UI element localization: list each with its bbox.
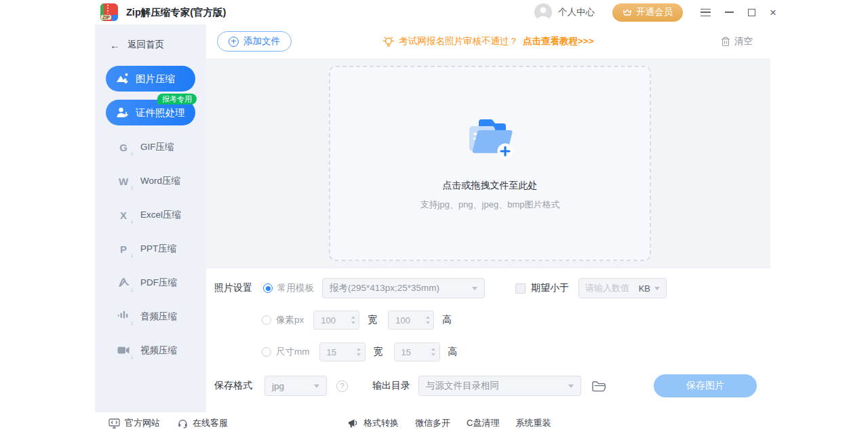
height-label: 高 bbox=[448, 346, 458, 358]
template-select-value: 报考(295*413px;25*35mm) bbox=[330, 282, 439, 294]
open-vip-label: 开通会员 bbox=[636, 6, 673, 18]
expect-size-input[interactable]: 请输入数值 bbox=[585, 282, 629, 294]
footer: 官方网站 在线客服 格式转换 微信多开 C盘清理 bbox=[95, 412, 770, 434]
toolbar: 添加文件 考试网报名照片审核不通过？ 点击查看教程>>> 清空 bbox=[206, 24, 770, 58]
height-label: 高 bbox=[442, 314, 452, 326]
open-vip-button[interactable]: 开通会员 bbox=[612, 3, 683, 22]
template-radio-label: 常用模板 bbox=[277, 282, 314, 294]
titlebar: ZIP Zip解压缩专家(官方版) 个人中心 开通会员 × bbox=[0, 0, 868, 24]
settings-panel: 照片设置 常用模板 报考(295*413px;25*35mm) 期望小于 请输入… bbox=[206, 269, 770, 412]
pixel-height-input[interactable]: 100 bbox=[388, 311, 434, 330]
back-home-button[interactable]: ← 返回首页 bbox=[110, 39, 206, 51]
format-convert-link[interactable]: 格式转换 bbox=[347, 417, 399, 429]
file-dropzone[interactable]: 点击或拖拽文件至此处 支持jpg、png、jpeg、bmp图片格式 bbox=[329, 66, 651, 261]
back-arrow-icon: ← bbox=[110, 39, 120, 51]
add-file-label: 添加文件 bbox=[243, 35, 280, 47]
sidebar-item-gif-compress[interactable]: G↓ GIF压缩 bbox=[95, 130, 206, 164]
output-dir-select[interactable]: 与源文件目录相同 bbox=[418, 376, 581, 396]
expect-unit-select[interactable]: KB bbox=[639, 283, 654, 294]
promo-tutorial-link[interactable]: 点击查看教程>>> bbox=[523, 35, 594, 47]
crown-icon bbox=[623, 8, 632, 16]
stepper-control[interactable] bbox=[353, 343, 365, 361]
pdf-icon: ↓ bbox=[115, 276, 132, 290]
sidebar-item-image-compress[interactable]: 图片压缩 bbox=[106, 66, 195, 92]
stepper-control[interactable] bbox=[428, 343, 439, 361]
minimize-icon[interactable] bbox=[725, 12, 734, 13]
audio-icon: ↓ bbox=[115, 311, 132, 323]
megaphone-icon bbox=[347, 418, 359, 429]
upload-panel: 点击或拖拽文件至此处 支持jpg、png、jpeg、bmp图片格式 bbox=[206, 58, 770, 269]
save-format-select[interactable]: jpg bbox=[264, 376, 327, 396]
pixel-width-input[interactable]: 100 bbox=[313, 311, 359, 330]
promo-text: 考试网报名照片审核不通过？ bbox=[399, 35, 518, 47]
mm-width-input[interactable]: 15 bbox=[319, 342, 366, 361]
gif-icon: G↓ bbox=[115, 142, 132, 153]
user-center-link[interactable]: 个人中心 bbox=[558, 6, 595, 18]
template-radio[interactable] bbox=[263, 283, 273, 293]
plus-circle-icon bbox=[229, 37, 239, 47]
add-file-button[interactable]: 添加文件 bbox=[217, 31, 292, 52]
sidebar-item-video-compress[interactable]: ↓ 视频压缩 bbox=[95, 334, 206, 368]
save-format-value: jpg bbox=[272, 381, 284, 391]
close-icon[interactable]: × bbox=[770, 7, 776, 18]
width-label: 宽 bbox=[368, 314, 377, 326]
sidebar-item-word-compress[interactable]: W↓ Word压缩 bbox=[95, 164, 206, 198]
sidebar: ← 返回首页 图片压缩 报考专用 证件照处理 G↓ GIF压缩 bbox=[95, 24, 206, 412]
help-icon[interactable]: ? bbox=[336, 380, 348, 392]
wechat-multi-link[interactable]: 微信多开 bbox=[415, 417, 450, 429]
stepper-control[interactable] bbox=[422, 311, 433, 329]
mm-radio[interactable] bbox=[262, 347, 271, 357]
app-logo-corner bbox=[112, 15, 118, 21]
main-content: 添加文件 考试网报名照片审核不通过？ 点击查看教程>>> 清空 bbox=[206, 24, 770, 412]
monitor-icon bbox=[108, 418, 120, 429]
menu-icon[interactable] bbox=[701, 9, 711, 16]
app-logo-icon: ZIP bbox=[100, 3, 118, 21]
expect-size-checkbox[interactable] bbox=[515, 283, 526, 294]
clear-button[interactable]: 清空 bbox=[721, 24, 753, 58]
online-support-link[interactable]: 在线客服 bbox=[178, 417, 228, 429]
folder-upload-icon bbox=[461, 116, 519, 161]
c-drive-clean-link[interactable]: C盘清理 bbox=[467, 417, 499, 429]
maximize-icon[interactable] bbox=[748, 9, 755, 16]
output-dir-label: 输出目录 bbox=[372, 380, 410, 392]
window-controls: × bbox=[701, 7, 776, 18]
lightbulb-icon bbox=[382, 35, 394, 47]
word-icon: W↓ bbox=[115, 176, 132, 187]
id-photo-wrap: 报考专用 证件照处理 bbox=[106, 100, 195, 125]
chevron-down-icon bbox=[314, 384, 319, 388]
image-icon bbox=[116, 73, 130, 85]
excel-icon: X↓ bbox=[115, 210, 132, 221]
open-folder-icon[interactable] bbox=[592, 380, 606, 392]
footer-promos: 格式转换 微信多开 C盘清理 系统重装 bbox=[347, 412, 551, 434]
titlebar-right: 个人中心 开通会员 × bbox=[534, 0, 776, 24]
video-icon: ↓ bbox=[115, 345, 132, 357]
official-site-link[interactable]: 官方网站 bbox=[108, 417, 160, 429]
save-row: 保存格式 jpg ? 输出目录 与源文件目录相同 bbox=[214, 374, 606, 397]
sidebar-item-audio-compress[interactable]: ↓ 音频压缩 bbox=[95, 300, 206, 334]
clear-label: 清空 bbox=[734, 35, 753, 47]
app-logo-zipper bbox=[107, 5, 108, 14]
expect-size-label: 期望小于 bbox=[531, 282, 569, 294]
pixel-radio[interactable] bbox=[262, 315, 271, 325]
dropzone-subtitle: 支持jpg、png、jpeg、bmp图片格式 bbox=[420, 199, 560, 211]
pixel-radio-label: 像素px bbox=[276, 314, 304, 326]
sidebar-item-pdf-compress[interactable]: ↓ PDF压缩 bbox=[95, 266, 206, 300]
save-image-button[interactable]: 保存图片 bbox=[654, 374, 757, 397]
system-reinstall-link[interactable]: 系统重装 bbox=[515, 417, 551, 429]
photo-settings-row: 照片设置 常用模板 报考(295*413px;25*35mm) 期望小于 请输入… bbox=[214, 278, 667, 298]
ppt-icon: P↓ bbox=[115, 243, 132, 255]
template-select[interactable]: 报考(295*413px;25*35mm) bbox=[322, 278, 485, 298]
photo-settings-label: 照片设置 bbox=[214, 282, 252, 294]
app-logo-zip-label: ZIP bbox=[101, 15, 111, 20]
sidebar-item-ppt-compress[interactable]: P↓ PPT压缩 bbox=[95, 232, 206, 266]
mm-height-input[interactable]: 15 bbox=[394, 342, 440, 361]
stepper-control[interactable] bbox=[347, 311, 359, 329]
sidebar-item-excel-compress[interactable]: X↓ Excel压缩 bbox=[95, 198, 206, 232]
sidebar-item-label: 图片压缩 bbox=[136, 73, 175, 85]
expect-size-input-group: 请输入数值 KB bbox=[578, 278, 667, 298]
chevron-down-icon bbox=[472, 287, 477, 290]
back-home-label: 返回首页 bbox=[127, 39, 164, 51]
sidebar-item-label: 证件照处理 bbox=[136, 106, 185, 119]
user-avatar[interactable] bbox=[534, 3, 552, 21]
chevron-down-icon bbox=[568, 384, 574, 388]
